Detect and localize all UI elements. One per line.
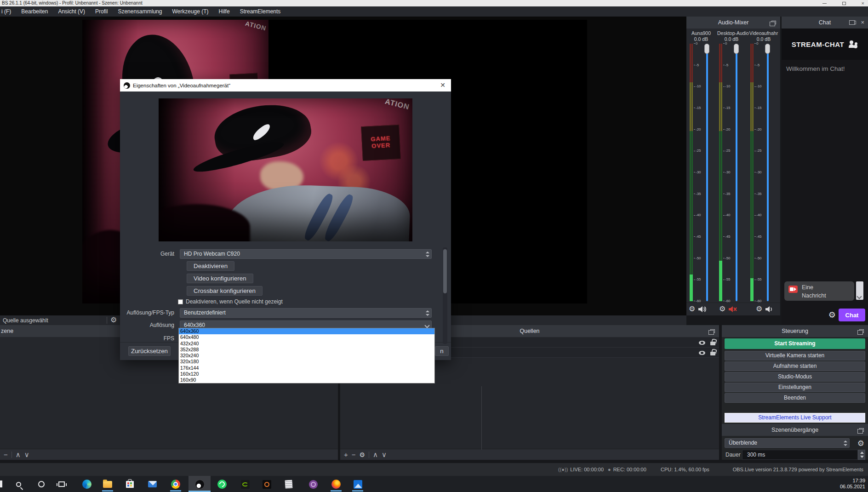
transition-gear-icon[interactable]: ⚙ [857, 439, 864, 448]
notepad-icon[interactable] [282, 479, 295, 490]
taskbar-clock[interactable]: 17:39 06.05.2021 [840, 478, 865, 490]
start-recording-button[interactable]: Aufnahme starten [725, 361, 865, 371]
close-icon[interactable]: × [861, 20, 864, 25]
close-icon[interactable]: × [862, 1, 864, 6]
chat-input-scrollbar[interactable] [856, 281, 863, 300]
menu-file[interactable]: i (F) [0, 6, 16, 17]
duration-input[interactable]: 300 ms [742, 450, 858, 460]
dialog-titlebar[interactable]: Eigenschaften von „Videoaufnahmegerät“ ✕ [120, 79, 451, 92]
chrome-icon[interactable] [169, 479, 182, 490]
resolution-option[interactable]: 160x90 [179, 377, 434, 383]
deactivate-when-hidden-checkbox[interactable] [178, 299, 183, 304]
file-explorer-icon[interactable] [101, 479, 114, 490]
resolution-option[interactable]: 432x240 [179, 341, 434, 347]
move-source-up-icon[interactable]: ∧ [373, 452, 378, 458]
firefox-icon[interactable] [330, 479, 343, 490]
volume-slider-handle[interactable] [765, 44, 770, 54]
whatsapp-icon[interactable] [216, 479, 228, 490]
resolution-option[interactable]: 640x480 [179, 334, 434, 340]
remove-scene-icon[interactable]: − [4, 452, 8, 458]
resolution-option[interactable]: 160x120 [179, 371, 434, 377]
volume-slider[interactable] [704, 44, 710, 301]
add-source-icon[interactable]: + [344, 452, 348, 458]
dialog-close-icon[interactable]: ✕ [440, 81, 445, 89]
volume-slider[interactable] [765, 44, 771, 301]
deactivate-button[interactable]: Deaktivieren [187, 261, 234, 271]
move-scene-down-icon[interactable]: ∨ [24, 452, 29, 458]
nvidia-icon[interactable] [239, 479, 251, 490]
combo-spinner-icon[interactable] [424, 251, 430, 257]
chat-settings-gear-icon[interactable]: ⚙ [828, 310, 836, 320]
menu-tools[interactable]: Werkzeuge (T) [167, 6, 213, 17]
chat-send-button[interactable]: Chat [839, 309, 865, 321]
menu-profile[interactable]: Profil [90, 6, 113, 17]
maximize-icon[interactable] [842, 2, 846, 5]
visibility-eye-icon[interactable] [699, 341, 705, 345]
settings-button[interactable]: Einstellungen [725, 383, 865, 392]
audio-mixer-header[interactable]: Audio-Mixer [686, 17, 780, 29]
duration-spinner[interactable] [858, 450, 865, 460]
cortana-icon[interactable] [35, 479, 48, 490]
tor-icon[interactable] [307, 479, 320, 490]
visibility-eye-icon[interactable] [699, 351, 705, 355]
muted-speaker-icon[interactable] [728, 306, 737, 313]
chevron-down-icon[interactable] [425, 324, 428, 327]
streamelements-support-link[interactable]: StreamElements Live Support [725, 413, 865, 423]
speaker-icon[interactable] [765, 306, 774, 313]
dialog-scrollbar[interactable] [443, 247, 447, 344]
popout-icon[interactable] [859, 329, 864, 333]
transition-select[interactable]: Überblende [725, 438, 850, 448]
studio-mode-button[interactable]: Studio-Modus [725, 372, 865, 382]
resolution-option[interactable]: 640x360 [179, 328, 434, 334]
popout-icon[interactable] [851, 21, 856, 24]
controls-header[interactable]: Steuerung [722, 325, 868, 337]
menu-streamelements[interactable]: StreamElements [235, 6, 286, 17]
popout-icon[interactable] [710, 329, 715, 333]
lock-icon[interactable] [710, 352, 715, 355]
gear-icon[interactable]: ⚙ [719, 305, 725, 313]
scene-transitions-header[interactable]: Szenenübergänge [722, 424, 868, 436]
lock-icon[interactable] [710, 342, 715, 345]
search-icon[interactable] [12, 479, 25, 490]
menu-view[interactable]: Ansicht (V) [53, 6, 90, 17]
scrollbar-thumb[interactable] [443, 249, 447, 293]
popout-icon[interactable] [771, 21, 776, 24]
viewers-icon[interactable] [849, 40, 858, 48]
device-select[interactable]: HD Pro Webcam C920 [180, 249, 432, 259]
resolution-option[interactable]: 320x180 [179, 359, 434, 365]
chat-header[interactable]: Chat × [782, 17, 868, 29]
ryzen-icon[interactable] [260, 479, 273, 490]
speaker-icon[interactable] [698, 306, 707, 313]
gear-icon[interactable]: ⚙ [756, 305, 762, 313]
photos-icon[interactable] [351, 479, 364, 490]
start-button-icon[interactable] [0, 481, 2, 487]
resolution-option[interactable]: 320x240 [179, 353, 434, 359]
start-virtual-camera-button[interactable]: Virtuelle Kamera starten [725, 351, 865, 360]
menu-help[interactable]: Hilfe [214, 6, 235, 17]
partially-hidden-button[interactable]: n [435, 346, 449, 356]
reset-defaults-button[interactable]: Zurücksetzen [128, 346, 171, 356]
edge-icon[interactable] [80, 479, 93, 490]
move-scene-up-icon[interactable]: ∧ [16, 452, 21, 458]
obs-active-tile[interactable] [188, 476, 211, 492]
remove-source-icon[interactable]: − [352, 452, 356, 458]
store-icon[interactable] [123, 479, 136, 490]
start-streaming-button[interactable]: Start Streaming [725, 338, 865, 349]
gear-icon[interactable]: ⚙ [689, 305, 695, 313]
volume-slider-handle[interactable] [734, 44, 739, 54]
resolution-option[interactable]: 176x144 [179, 365, 434, 371]
configure-video-button[interactable]: Video konfigurieren [187, 274, 253, 283]
obs-icon[interactable] [193, 479, 206, 490]
source-settings-gear-icon[interactable]: ⚙ [110, 316, 117, 324]
exit-button[interactable]: Beenden [725, 393, 865, 403]
popout-icon[interactable] [859, 428, 864, 432]
mail-icon[interactable] [146, 479, 159, 490]
menu-edit[interactable]: Bearbeiten [16, 6, 53, 17]
move-source-down-icon[interactable]: ∨ [382, 452, 387, 458]
configure-crossbar-button[interactable]: Crossbar konfigurieren [187, 286, 263, 296]
minimize-icon[interactable] [822, 3, 827, 4]
combo-spinner-icon[interactable] [424, 310, 430, 316]
chat-message-input[interactable]: Eine Nachricht [784, 281, 854, 301]
menu-scene-collection[interactable]: Szenensammlung [113, 6, 167, 17]
task-view-icon[interactable] [55, 479, 68, 490]
